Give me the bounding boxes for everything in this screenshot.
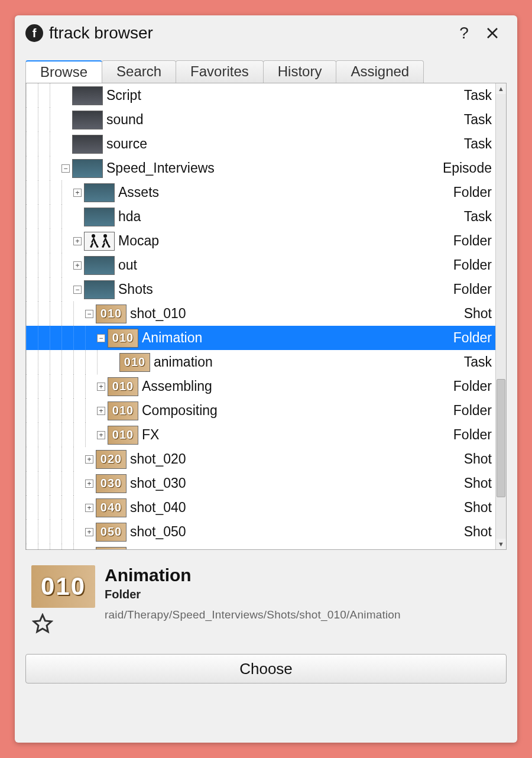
collapse-icon[interactable]: −: [97, 334, 105, 342]
tree-row-label: Assembling: [142, 378, 453, 394]
tree-row-label: Shots: [118, 281, 453, 297]
tree-row-label: Speed_Interviews: [106, 160, 443, 176]
thumbnail-icon: [84, 256, 115, 275]
tree-row[interactable]: −010shot_010Shot: [26, 302, 495, 326]
tree-row[interactable]: +050shot_050Shot: [26, 520, 495, 544]
tree-row-label: Script: [106, 88, 464, 103]
tree-row[interactable]: +outFolder: [26, 253, 495, 277]
expand-icon[interactable]: +: [97, 383, 105, 391]
tree-row-label: out: [118, 257, 453, 273]
scroll-up-arrow[interactable]: ▲: [496, 83, 506, 94]
ftrack-browser-window: f ftrack browser ? BrowseSearchFavorites…: [15, 15, 517, 743]
tree[interactable]: ScriptTasksoundTasksourceTask−Speed_Inte…: [26, 83, 495, 549]
tree-row-label: shot_060: [130, 548, 464, 549]
tab-browse[interactable]: Browse: [25, 60, 102, 83]
expand-icon[interactable]: +: [73, 237, 82, 245]
expand-icon[interactable]: +: [73, 189, 82, 197]
expand-icon[interactable]: +: [85, 528, 93, 536]
tree-row-label: shot_020: [130, 451, 464, 467]
close-button[interactable]: [478, 21, 507, 45]
tab-favorites[interactable]: Favorites: [176, 60, 264, 83]
tree-row-type: Folder: [453, 281, 495, 297]
scroll-thumb[interactable]: [497, 379, 505, 497]
thumbnail-icon: 010: [108, 401, 138, 420]
tree-row[interactable]: −010AnimationFolder: [26, 326, 495, 350]
thumbnail-icon: 010: [108, 377, 138, 396]
tree-row[interactable]: soundTask: [26, 108, 495, 132]
app-icon: f: [25, 24, 43, 42]
expand-icon[interactable]: +: [97, 431, 105, 439]
expand-icon[interactable]: +: [85, 455, 93, 464]
tree-row[interactable]: +MocapFolder: [26, 229, 495, 253]
tree-panel: ScriptTasksoundTasksourceTask−Speed_Inte…: [25, 83, 507, 550]
thumbnail-icon: [84, 183, 115, 202]
tree-row-label: Compositing: [142, 403, 453, 419]
thumbnail-icon: 050: [96, 523, 126, 542]
tree-row-label: animation: [154, 354, 464, 370]
tree-row[interactable]: hdaTask: [26, 205, 495, 229]
expand-icon[interactable]: +: [85, 504, 93, 512]
detail-path: raid/Therapy/Speed_Interviews/Shots/shot…: [105, 608, 501, 621]
tab-search[interactable]: Search: [102, 60, 176, 83]
choose-button[interactable]: Choose: [25, 654, 507, 684]
tree-row[interactable]: +010FXFolder: [26, 423, 495, 447]
tree-row[interactable]: +010CompositingFolder: [26, 399, 495, 423]
detail-kind: Folder: [105, 588, 501, 601]
collapse-icon[interactable]: −: [61, 164, 70, 173]
tree-row-label: Assets: [118, 184, 453, 200]
thumbnail-icon: [84, 232, 115, 251]
tree-row[interactable]: +040shot_040Shot: [26, 495, 495, 520]
scrollbar[interactable]: ▲ ▼: [495, 83, 506, 549]
tree-row-type: Folder: [453, 184, 495, 200]
tree-row-type: Shot: [464, 548, 495, 549]
tree-row[interactable]: +060shot_060Shot: [26, 544, 495, 549]
detail-panel: 010 Animation Folder raid/Therapy/Speed_…: [31, 565, 501, 635]
titlebar: f ftrack browser ?: [15, 15, 517, 48]
tree-row-label: hda: [118, 209, 464, 225]
tree-row[interactable]: ScriptTask: [26, 83, 495, 108]
expand-icon[interactable]: +: [97, 407, 105, 415]
thumbnail-icon: 010: [108, 426, 138, 445]
favorite-star-button[interactable]: [31, 613, 54, 635]
tree-row[interactable]: −Speed_InterviewsEpisode: [26, 156, 495, 180]
help-button[interactable]: ?: [450, 21, 478, 45]
tree-row-type: Shot: [464, 451, 495, 467]
detail-thumbnail: 010: [31, 565, 95, 608]
tree-row-type: Shot: [464, 500, 495, 516]
scroll-down-arrow[interactable]: ▼: [496, 539, 506, 549]
tree-row-type: Folder: [453, 403, 495, 419]
tree-row-type: Folder: [453, 427, 495, 443]
tree-row[interactable]: sourceTask: [26, 132, 495, 156]
tree-row-type: Task: [464, 88, 495, 103]
tree-row-label: Animation: [142, 330, 453, 346]
tree-row-type: Shot: [464, 306, 495, 322]
tree-row-label: source: [106, 136, 464, 152]
tree-row[interactable]: +020shot_020Shot: [26, 447, 495, 471]
tab-bar: BrowseSearchFavoritesHistoryAssigned: [25, 60, 507, 83]
tree-row-type: Folder: [453, 257, 495, 273]
tab-assigned[interactable]: Assigned: [336, 60, 424, 83]
expand-icon[interactable]: +: [85, 480, 93, 488]
svg-point-1: [103, 234, 107, 238]
tree-row[interactable]: +AssetsFolder: [26, 180, 495, 205]
svg-point-0: [92, 234, 95, 238]
tree-row-type: Folder: [453, 378, 495, 394]
tree-row-label: shot_010: [130, 306, 464, 322]
thumbnail-icon: [84, 280, 115, 299]
collapse-icon[interactable]: −: [85, 310, 93, 318]
tree-row-label: shot_040: [130, 500, 464, 516]
collapse-icon[interactable]: −: [73, 286, 82, 294]
tab-history[interactable]: History: [263, 60, 337, 83]
tree-row-type: Task: [464, 136, 495, 152]
thumbnail-icon: [84, 208, 115, 226]
tree-row[interactable]: +010AssemblingFolder: [26, 374, 495, 399]
expand-icon[interactable]: +: [73, 261, 82, 270]
tree-row[interactable]: −ShotsFolder: [26, 277, 495, 302]
thumbnail-icon: [72, 135, 103, 154]
thumbnail-icon: 030: [96, 474, 126, 493]
tree-row[interactable]: +030shot_030Shot: [26, 471, 495, 495]
tree-row-type: Folder: [453, 330, 495, 346]
tree-row-type: Task: [464, 354, 495, 370]
thumbnail-icon: 010: [96, 305, 126, 323]
tree-row[interactable]: 010animationTask: [26, 350, 495, 374]
